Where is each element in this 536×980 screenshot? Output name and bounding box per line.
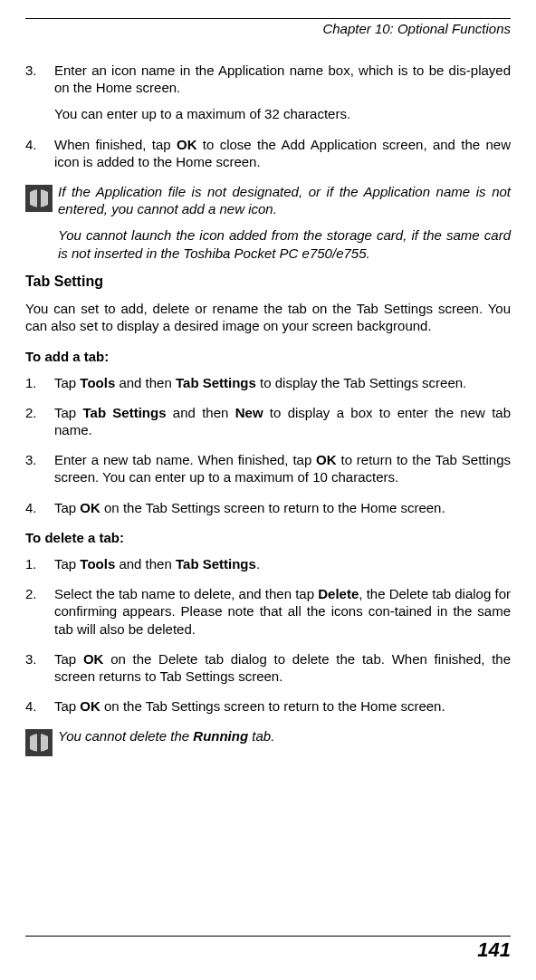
step-number: 3. — [25, 62, 54, 123]
step-item: 1. Tap Tools and then Tab Settings to di… — [25, 374, 511, 391]
step-text: on the Tab Settings screen to return to … — [100, 500, 445, 515]
step-item: 4. Tap OK on the Tab Settings screen to … — [25, 697, 511, 715]
note-text: If the Application file is not designate… — [58, 183, 511, 262]
step-body: Tap OK on the Tab Settings screen to ret… — [54, 697, 511, 715]
step-text: and then — [115, 375, 176, 390]
step-bold: Tab Settings — [176, 375, 256, 390]
section-intro: You can set to add, delete or rename the… — [25, 300, 511, 334]
step-number: 4. — [25, 499, 54, 516]
note-icon — [25, 185, 53, 212]
step-body: When finished, tap OK to close the Add A… — [54, 136, 511, 170]
step-bold: OK — [177, 137, 197, 152]
step-text: Tap — [54, 698, 80, 714]
step-item: 2. Tap Tab Settings and then New to disp… — [25, 404, 511, 438]
step-item: 3. Tap OK on the Delete tab dialog to de… — [25, 650, 511, 685]
svg-rect-3 — [37, 733, 41, 753]
step-number: 2. — [25, 404, 54, 438]
note-post: tab. — [248, 728, 274, 744]
step-bold: New — [235, 405, 263, 420]
step-text: and then — [115, 556, 176, 572]
svg-rect-1 — [37, 188, 41, 208]
page-footer: 141 — [25, 936, 511, 962]
step-number: 1. — [25, 374, 54, 391]
note-bold: Running — [193, 728, 248, 744]
step-number: 4. — [25, 697, 54, 715]
step-text: on the Delete tab dialog to delete the t… — [54, 651, 511, 684]
step-bold: OK — [80, 698, 100, 714]
note-pre: You cannot delete the — [58, 728, 193, 744]
step-text: Tap — [54, 500, 80, 515]
step-text: When finished, tap — [54, 137, 177, 152]
step-text: Tap — [54, 375, 80, 390]
step-item: 1. Tap Tools and then Tab Settings. — [25, 555, 511, 572]
step-body: Tap Tools and then Tab Settings. — [54, 555, 511, 572]
note-text: You cannot delete the Running tab. — [58, 727, 511, 745]
step-bold: OK — [316, 452, 337, 467]
step-number: 3. — [25, 451, 54, 485]
step-body: Enter an icon name in the Application na… — [54, 62, 511, 123]
step-bold: Tools — [80, 375, 115, 390]
step-bold: Tab Settings — [83, 405, 167, 420]
page-number: 141 — [477, 938, 511, 961]
step-text: Tap — [54, 556, 80, 572]
step-body: Enter a new tab name. When finished, tap… — [54, 451, 511, 485]
step-item: 3. Enter an icon name in the Application… — [25, 62, 511, 123]
step-number: 2. — [25, 585, 54, 638]
step-text: Enter an icon name in the Application na… — [54, 62, 511, 95]
step-bold: Delete — [318, 586, 359, 601]
step-bold: Tab Settings — [176, 556, 256, 572]
note-para: If the Application file is not designate… — [58, 183, 511, 217]
chapter-title: Chapter 10: Optional Functions — [322, 21, 511, 36]
note-para: You cannot launch the icon added from th… — [58, 226, 511, 261]
note-icon — [25, 729, 53, 756]
step-bold: OK — [80, 500, 100, 515]
page-content: 3. Enter an icon name in the Application… — [25, 62, 511, 756]
step-item: 3. Enter a new tab name. When finished, … — [25, 451, 511, 485]
step-number: 3. — [25, 650, 54, 685]
step-bold: Tools — [80, 556, 115, 572]
step-body: Tap OK on the Tab Settings screen to ret… — [54, 499, 511, 516]
step-text: Enter a new tab name. When finished, tap — [54, 452, 316, 467]
step-body: Tap Tools and then Tab Settings to displ… — [54, 374, 511, 391]
step-body: Tap OK on the Delete tab dialog to delet… — [54, 650, 511, 685]
section-heading: Tab Setting — [25, 273, 511, 291]
step-text: on the Tab Settings screen to return to … — [100, 698, 445, 714]
step-text: Tap — [54, 651, 83, 667]
step-item: 4. Tap OK on the Tab Settings screen to … — [25, 499, 511, 516]
sub-heading: To delete a tab: — [25, 529, 511, 546]
sub-heading: To add a tab: — [25, 348, 511, 365]
note-block: You cannot delete the Running tab. — [25, 727, 511, 756]
note-block: If the Application file is not designate… — [25, 183, 511, 262]
step-item: 4. When finished, tap OK to close the Ad… — [25, 136, 511, 170]
step-body: Tap Tab Settings and then New to display… — [54, 404, 511, 438]
step-text: Select the tab name to delete, and then … — [54, 586, 318, 601]
step-item: 2. Select the tab name to delete, and th… — [25, 585, 511, 638]
chapter-header: Chapter 10: Optional Functions — [25, 18, 511, 36]
step-subtext: You can enter up to a maximum of 32 char… — [54, 105, 511, 122]
step-text: to display the Tab Settings screen. — [256, 375, 466, 390]
step-number: 1. — [25, 555, 54, 572]
step-text: and then — [167, 405, 235, 420]
step-number: 4. — [25, 136, 54, 170]
step-bold: OK — [83, 651, 104, 667]
step-text: . — [256, 556, 260, 572]
step-text: Tap — [54, 405, 83, 420]
step-body: Select the tab name to delete, and then … — [54, 585, 511, 638]
